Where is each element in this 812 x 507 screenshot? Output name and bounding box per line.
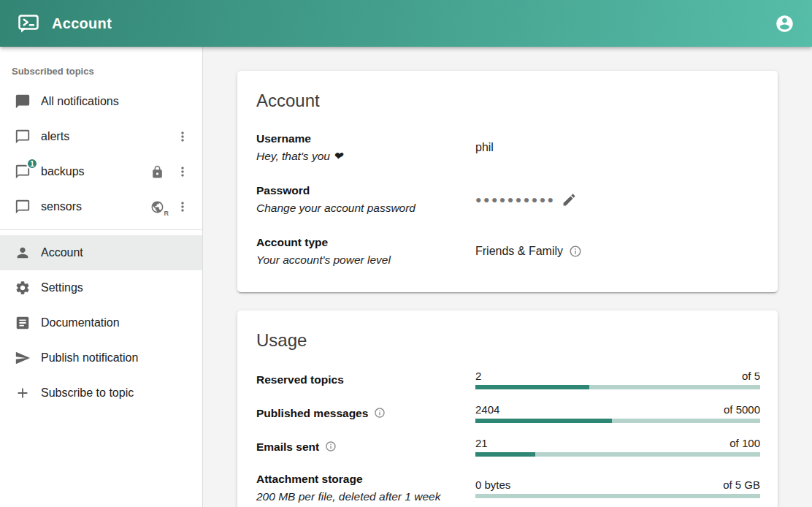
field-value: Friends & Family	[475, 245, 563, 258]
plus-icon	[15, 385, 31, 401]
sidebar-item-subscribe-to-topic[interactable]: Subscribe to topic	[0, 376, 202, 411]
account-circle-icon[interactable]	[775, 14, 794, 34]
usage-progress-bar	[475, 385, 760, 389]
account-row-username: UsernameHey, that's you ❤phil	[256, 130, 760, 165]
field-sublabel: Hey, that's you ❤	[256, 148, 475, 165]
usage-progress-fill	[475, 452, 535, 457]
lock-icon	[149, 164, 165, 180]
usage-info-icon[interactable]	[374, 407, 387, 420]
sidebar-item-settings[interactable]: Settings	[0, 270, 202, 305]
chat-outline-icon	[15, 199, 31, 215]
nav-label: Account	[41, 246, 83, 259]
account-card: Account UsernameHey, that's you ❤philPas…	[237, 71, 778, 292]
usage-limit: of 5000	[724, 403, 760, 416]
usage-label: Attachment storage	[256, 470, 363, 488]
usage-progress-bar	[475, 419, 760, 423]
topic-label: backups	[41, 165, 85, 178]
usage-current-value: 2	[475, 370, 481, 382]
account-row-password: PasswordChange your account password●●●●…	[256, 182, 760, 217]
topic-label: All notifications	[41, 95, 119, 108]
nav-label: Publish notification	[41, 351, 138, 365]
sidebar: Subscribed topics All notificationsalert…	[0, 47, 203, 507]
nav-label: Documentation	[41, 316, 120, 329]
usage-label: Published messages	[256, 405, 368, 422]
topic-label: sensors	[41, 200, 82, 213]
usage-current-value: 21	[475, 437, 488, 449]
main-content: Account UsernameHey, that's you ❤philPas…	[203, 47, 812, 507]
field-value: phil	[475, 141, 494, 154]
usage-info-icon[interactable]	[325, 441, 338, 454]
topic-menu-button-sensors[interactable]	[175, 199, 191, 215]
sidebar-divider	[0, 229, 202, 230]
usage-row-attachment-storage: Attachment storage200 MB per file, delet…	[256, 470, 760, 506]
sidebar-item-publish-notification[interactable]: Publish notification	[0, 340, 202, 376]
usage-limit: of 5 GB	[723, 479, 760, 491]
page-title: Account	[52, 15, 112, 32]
reserved-mark: R	[164, 210, 169, 217]
sidebar-topic-all-notifications[interactable]: All notifications	[0, 84, 202, 119]
nav-label: Settings	[41, 281, 83, 294]
field-sublabel: Change your account password	[256, 199, 475, 217]
send-icon	[15, 350, 31, 366]
usage-progress-bar	[475, 494, 760, 498]
usage-current-value: 0 bytes	[475, 479, 510, 491]
usage-row-emails-sent: Emails sent21of 100	[256, 437, 760, 457]
sidebar-topic-sensors[interactable]: sensorsR	[0, 189, 202, 224]
usage-card-title: Usage	[256, 330, 760, 351]
edit-icon	[562, 192, 577, 207]
usage-progress-fill	[475, 385, 589, 389]
reserved-topic-icon: R	[149, 199, 165, 215]
password-masked-value: ●●●●●●●●●●	[475, 194, 556, 205]
account-row-account-type: Account typeYour account's power levelFr…	[256, 234, 760, 269]
field-sublabel: Your account's power level	[256, 251, 475, 269]
field-label: Username	[256, 130, 475, 148]
topic-label: alerts	[41, 130, 69, 143]
person-icon	[15, 245, 31, 261]
account-type-info-icon[interactable]	[569, 245, 582, 258]
chat-filled-icon	[15, 94, 31, 110]
usage-limit: of 5	[742, 370, 760, 382]
app-header: Account	[0, 0, 812, 47]
usage-label: Reserved topics	[256, 371, 344, 389]
usage-current-value: 2404	[475, 403, 499, 416]
usage-sublabel: 200 MB per file, deleted after 1 week	[256, 488, 475, 506]
sidebar-topic-alerts[interactable]: alerts	[0, 119, 202, 154]
chat-outline-icon	[15, 129, 31, 145]
field-label: Account type	[256, 234, 475, 251]
unread-badge: 1	[26, 158, 38, 169]
edit-password-button[interactable]	[562, 191, 578, 207]
usage-card: Usage Reserved topics2of 5Published mess…	[237, 310, 778, 507]
sidebar-topic-backups[interactable]: 1backups	[0, 154, 202, 189]
sidebar-item-documentation[interactable]: Documentation	[0, 305, 202, 340]
usage-progress-fill	[475, 419, 612, 423]
globe-icon	[150, 200, 164, 214]
nav-label: Subscribe to topic	[41, 386, 134, 400]
usage-progress-bar	[475, 452, 760, 457]
subscribed-topics-label: Subscribed topics	[0, 53, 202, 84]
ntfy-logo-icon	[18, 12, 39, 34]
sidebar-item-account[interactable]: Account	[0, 235, 202, 270]
field-label: Password	[256, 182, 475, 199]
topic-menu-button-alerts[interactable]	[175, 129, 191, 145]
article-icon	[15, 315, 31, 331]
usage-label: Emails sent	[256, 438, 319, 456]
gear-icon	[15, 280, 31, 296]
usage-limit: of 100	[729, 437, 760, 449]
topic-menu-button-backups[interactable]	[175, 164, 191, 180]
usage-row-reserved-topics: Reserved topics2of 5	[256, 370, 760, 389]
usage-row-published-messages: Published messages2404of 5000	[256, 403, 760, 423]
account-card-title: Account	[256, 91, 760, 111]
